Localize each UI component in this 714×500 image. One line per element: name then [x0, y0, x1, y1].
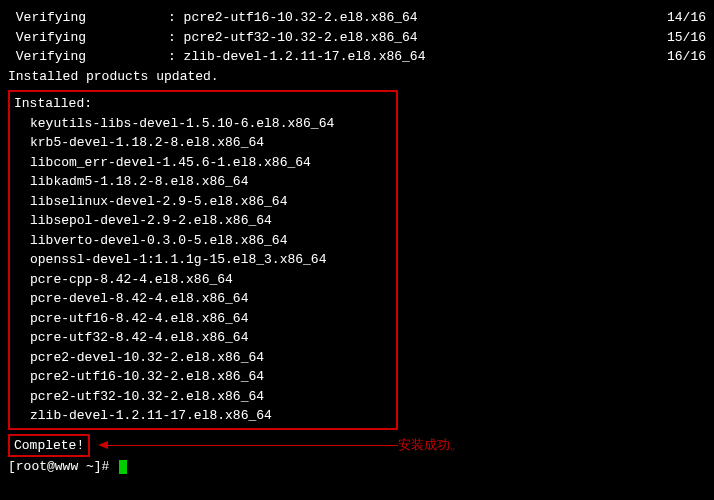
installed-item: pcre2-devel-10.32-2.el8.x86_64	[14, 348, 392, 368]
arrow-shaft-icon	[108, 445, 398, 446]
prompt-text: [root@www ~]#	[8, 457, 117, 477]
installed-item: libcom_err-devel-1.45.6-1.el8.x86_64	[14, 153, 392, 173]
verify-package: : pcre2-utf32-10.32-2.el8.x86_64	[168, 28, 667, 48]
verify-count: 15/16	[667, 28, 706, 48]
verify-row: Verifying : pcre2-utf32-10.32-2.el8.x86_…	[8, 28, 706, 48]
verify-label: Verifying	[8, 47, 168, 67]
terminal-output: Verifying : pcre2-utf16-10.32-2.el8.x86_…	[8, 8, 706, 477]
installed-item: libverto-devel-0.3.0-5.el8.x86_64	[14, 231, 392, 251]
installed-item: pcre-utf16-8.42-4.el8.x86_64	[14, 309, 392, 329]
verify-label: Verifying	[8, 8, 168, 28]
verify-row: Verifying : pcre2-utf16-10.32-2.el8.x86_…	[8, 8, 706, 28]
arrow-head-icon	[98, 441, 108, 449]
installed-item: pcre2-utf16-10.32-2.el8.x86_64	[14, 367, 392, 387]
verify-package: : pcre2-utf16-10.32-2.el8.x86_64	[168, 8, 667, 28]
installed-item: zlib-devel-1.2.11-17.el8.x86_64	[14, 406, 392, 426]
installed-item: pcre-cpp-8.42-4.el8.x86_64	[14, 270, 392, 290]
installed-item: libselinux-devel-2.9-5.el8.x86_64	[14, 192, 392, 212]
installed-item: pcre-devel-8.42-4.el8.x86_64	[14, 289, 392, 309]
complete-box: Complete!	[8, 434, 90, 458]
shell-prompt[interactable]: [root@www ~]#	[8, 457, 706, 477]
verify-row: Verifying : zlib-devel-1.2.11-17.el8.x86…	[8, 47, 706, 67]
installed-item: keyutils-libs-devel-1.5.10-6.el8.x86_64	[14, 114, 392, 134]
annotation-arrow	[98, 441, 398, 449]
installed-item: pcre-utf32-8.42-4.el8.x86_64	[14, 328, 392, 348]
verify-label: Verifying	[8, 28, 168, 48]
verify-count: 14/16	[667, 8, 706, 28]
installed-box: Installed: keyutils-libs-devel-1.5.10-6.…	[8, 90, 398, 430]
installed-item: libsepol-devel-2.9-2.el8.x86_64	[14, 211, 392, 231]
verify-package: : zlib-devel-1.2.11-17.el8.x86_64	[168, 47, 667, 67]
installed-item: libkadm5-1.18.2-8.el8.x86_64	[14, 172, 392, 192]
cursor-icon	[119, 460, 127, 474]
annotation-text: 安装成功。	[398, 436, 463, 456]
verify-count: 16/16	[667, 47, 706, 67]
installed-item: pcre2-utf32-10.32-2.el8.x86_64	[14, 387, 392, 407]
complete-text: Complete!	[14, 438, 84, 453]
installed-header: Installed:	[14, 94, 392, 114]
installed-item: krb5-devel-1.18.2-8.el8.x86_64	[14, 133, 392, 153]
installed-item: openssl-devel-1:1.1.1g-15.el8_3.x86_64	[14, 250, 392, 270]
products-updated-line: Installed products updated.	[8, 67, 706, 87]
complete-row: Complete! 安装成功。	[8, 434, 706, 458]
